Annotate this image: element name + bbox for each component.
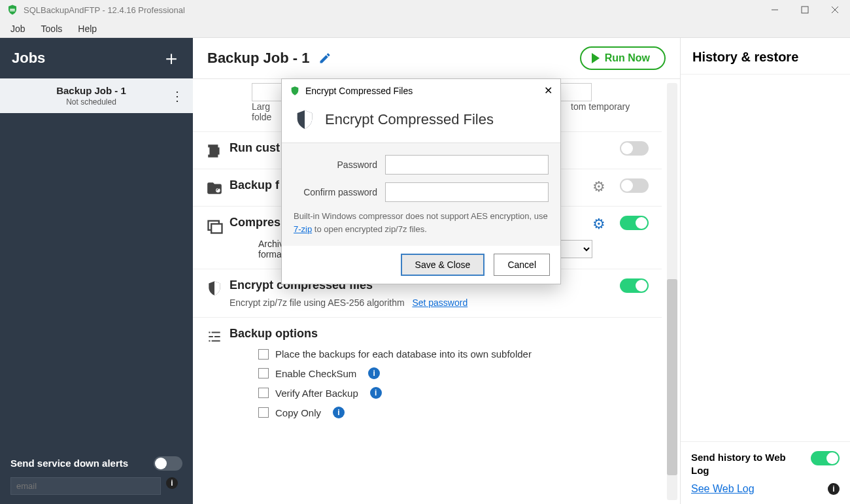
opt-copyonly-checkbox[interactable] xyxy=(258,407,269,418)
job-menu-icon[interactable]: ⋮ xyxy=(171,88,184,104)
gear-icon[interactable]: ⚙ xyxy=(592,178,605,195)
confirm-password-label: Confirm password xyxy=(294,187,385,197)
gear-icon[interactable]: ⚙ xyxy=(592,216,605,233)
svg-rect-1 xyxy=(802,7,808,13)
folder-icon xyxy=(206,180,230,197)
shield-icon xyxy=(294,109,316,131)
set-password-link[interactable]: Set password xyxy=(412,297,468,308)
web-log-label: Send history to Web Log xyxy=(691,451,804,477)
dialog-heading: Encrypt Compressed Files xyxy=(325,111,494,128)
encrypt-dialog: Encrypt Compressed Files ✕ Encrypt Compr… xyxy=(281,78,561,284)
script-icon xyxy=(206,143,230,160)
history-panel: History & restore Send history to Web Lo… xyxy=(680,38,850,504)
jobs-sidebar: Jobs ＋ Backup Job - 1 Not scheduled ⋮ Se… xyxy=(0,38,193,504)
service-alerts-label: Send service down alerts xyxy=(10,458,128,469)
shield-icon xyxy=(206,280,230,297)
alert-email-input[interactable] xyxy=(10,477,161,495)
options-icon xyxy=(206,328,230,345)
window-titlebar: SQLBackupAndFTP - 12.4.16 Professional xyxy=(0,0,850,20)
info-icon[interactable]: i xyxy=(828,483,840,495)
job-status: Not scheduled xyxy=(12,97,171,107)
add-job-button[interactable]: ＋ xyxy=(162,45,181,72)
info-icon[interactable]: i xyxy=(333,407,345,418)
run-now-button[interactable]: Run Now xyxy=(580,46,666,70)
confirm-password-input[interactable] xyxy=(385,182,549,202)
section-backup-options: Backup options Place the backups for eac… xyxy=(193,318,662,428)
close-window-button[interactable] xyxy=(820,0,850,20)
minimize-button[interactable] xyxy=(760,0,790,20)
opt-subfolder-checkbox[interactable] xyxy=(258,349,269,360)
page-title: Backup Job - 1 xyxy=(207,50,309,67)
menu-tools[interactable]: Tools xyxy=(35,22,69,36)
edit-title-icon[interactable] xyxy=(318,52,332,65)
opt-checksum-checkbox[interactable] xyxy=(258,368,269,378)
maximize-button[interactable] xyxy=(790,0,820,20)
scrollbar[interactable] xyxy=(667,83,677,500)
jobs-heading: Jobs xyxy=(12,50,45,67)
info-icon[interactable]: i xyxy=(368,367,380,379)
see-web-log-link[interactable]: See Web Log xyxy=(691,483,755,495)
job-list-item[interactable]: Backup Job - 1 Not scheduled ⋮ xyxy=(0,78,193,113)
password-input[interactable] xyxy=(385,155,549,175)
custom-script-toggle[interactable] xyxy=(620,141,649,156)
web-log-toggle[interactable] xyxy=(811,451,840,465)
svg-rect-6 xyxy=(211,224,222,233)
app-logo-icon xyxy=(290,86,300,96)
job-name: Backup Job - 1 xyxy=(12,85,171,96)
cancel-button[interactable]: Cancel xyxy=(494,254,550,276)
compress-icon xyxy=(206,217,230,235)
history-heading: History & restore xyxy=(681,38,850,75)
info-icon[interactable]: i xyxy=(370,387,382,399)
opt-verify-checkbox[interactable] xyxy=(258,388,269,398)
main-menu: Job Tools Help xyxy=(0,20,850,38)
save-close-button[interactable]: Save & Close xyxy=(401,254,485,276)
menu-job[interactable]: Job xyxy=(4,22,32,36)
window-title: SQLBackupAndFTP - 12.4.16 Professional xyxy=(24,5,185,15)
dialog-title: Encrypt Compressed Files xyxy=(305,86,413,96)
compress-toggle[interactable] xyxy=(620,216,649,230)
password-label: Password xyxy=(294,160,385,170)
service-alerts-panel: Send service down alerts i xyxy=(0,447,193,504)
close-icon[interactable]: ✕ xyxy=(544,84,552,97)
encrypt-toggle[interactable] xyxy=(620,278,649,293)
service-alerts-toggle[interactable] xyxy=(154,456,182,471)
sevenzip-link[interactable]: 7-zip xyxy=(294,224,312,234)
encryption-note: Built-in Windows compressor does not sup… xyxy=(294,210,549,235)
web-log-panel: Send history to Web Log See Web Log i xyxy=(681,441,850,504)
menu-help[interactable]: Help xyxy=(71,22,103,36)
backup-folder-toggle[interactable] xyxy=(620,178,649,193)
play-icon xyxy=(592,53,600,63)
info-icon[interactable]: i xyxy=(166,477,178,489)
app-logo-icon xyxy=(7,4,18,16)
